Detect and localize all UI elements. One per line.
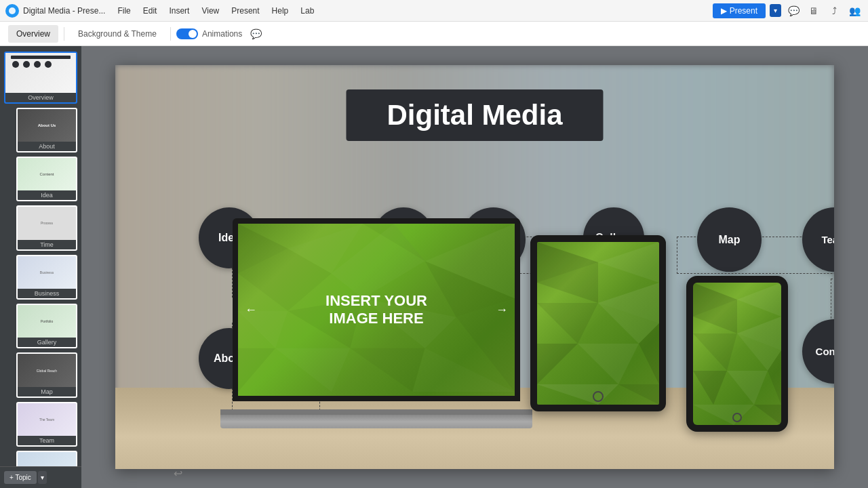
slide-thumb-team[interactable]: The Team Team	[16, 402, 77, 447]
slide-team-label: Team	[18, 436, 76, 445]
insert-arrow-left: ←	[245, 303, 257, 317]
svg-marker-34	[727, 371, 768, 405]
slide-overview-label: Overview	[5, 93, 76, 102]
laptop-hinge	[220, 409, 532, 415]
node-map[interactable]: Map	[697, 207, 762, 272]
laptop-base	[220, 415, 532, 428]
menu-help[interactable]: Help	[267, 3, 294, 18]
menu-bar: Digital Media - Prese... File Edit Inser…	[0, 0, 868, 22]
slide-title-banner[interactable]: Digital Media	[346, 89, 603, 141]
slide-wrap-5: 5 Portfolio Gallery	[4, 304, 77, 348]
tablet-home-button	[593, 391, 604, 402]
app-logo-icon	[5, 4, 19, 18]
tab-overview[interactable]: Overview	[8, 25, 58, 43]
slide-wrap-7: 7 The Team Team	[4, 402, 77, 447]
thumb-business-content: Business	[18, 256, 76, 289]
slide-wrap-6: 6 Global Reach Map	[4, 352, 77, 397]
canvas-area: Digital Media Idea Time Business Gallery	[81, 46, 868, 488]
comment-icon[interactable]: 💬	[250, 28, 262, 39]
add-topic-button[interactable]: + Topic	[4, 471, 37, 484]
menu-lab[interactable]: Lab	[295, 3, 319, 18]
slide-thumb-contact[interactable]: Contact Contact	[16, 451, 77, 466]
svg-marker-22	[537, 344, 578, 384]
slide-wrap-8: 8 Contact Contact	[4, 451, 77, 466]
svg-marker-36	[693, 405, 754, 425]
laptop-screen: ← INSERT YOURIMAGE HERE →	[233, 218, 520, 401]
sidebar: Overview 1 About Us About 2	[0, 46, 81, 488]
slide-thumb-overview[interactable]: Overview	[4, 52, 77, 104]
thumb-about-content: About Us	[18, 109, 76, 142]
svg-marker-33	[693, 371, 727, 405]
phone-device	[686, 276, 788, 432]
tab-background-theme[interactable]: Background & Theme	[70, 25, 165, 43]
thumb-gallery-content: Portfolio	[18, 305, 76, 338]
slide-about-label: About	[18, 142, 76, 151]
toolbar-divider-2	[170, 27, 171, 41]
slide-wrap-3: 3 Process Time	[4, 205, 77, 250]
present-label: Present	[730, 6, 757, 16]
svg-marker-13	[275, 348, 350, 392]
slide-thumb-idea[interactable]: Content Idea	[16, 157, 77, 201]
present-play-icon: ▶	[721, 6, 727, 16]
undo-button[interactable]: ↩	[168, 464, 187, 483]
animations-toggle-switch[interactable]	[176, 28, 198, 39]
svg-marker-25	[537, 384, 618, 405]
users-icon[interactable]: 👥	[846, 3, 863, 19]
laptop-screen-content[interactable]: ← INSERT YOURIMAGE HERE →	[238, 224, 515, 396]
svg-marker-20	[537, 303, 598, 344]
add-topic-bar: + Topic ▾	[0, 466, 81, 488]
menu-view[interactable]: View	[196, 3, 224, 18]
menu-present[interactable]: Present	[226, 3, 264, 18]
sidebar-scroll: Overview 1 About Us About 2	[0, 46, 81, 466]
toolbar-divider	[64, 27, 64, 41]
app-title: Digital Media - Prese...	[23, 6, 105, 16]
slide-thumb-gallery[interactable]: Portfolio Gallery	[16, 304, 77, 348]
laptop-device: ← INSERT YOURIMAGE HERE →	[220, 218, 532, 428]
slide-thumb-about[interactable]: About Us About	[16, 108, 77, 152]
monitor-icon[interactable]: 🖥	[806, 3, 822, 19]
insert-arrow-right: →	[496, 303, 508, 317]
svg-marker-31	[693, 333, 737, 371]
phone-screen	[693, 283, 781, 425]
tablet-poly-svg	[537, 242, 659, 405]
svg-point-0	[9, 7, 16, 14]
menu-insert[interactable]: Insert	[163, 3, 195, 18]
tablet-screen	[537, 242, 659, 405]
svg-marker-17	[598, 242, 659, 283]
slide-thumb-business[interactable]: Business Business	[16, 255, 77, 300]
toolbar: Overview Background & Theme Animations 💬	[0, 22, 868, 46]
slide-wrap-2: 2 Content Idea	[4, 157, 77, 201]
present-button[interactable]: ▶ Present	[713, 3, 766, 18]
chat-icon[interactable]: 💬	[785, 3, 802, 19]
svg-marker-26	[618, 384, 659, 405]
animations-label: Animations	[202, 29, 242, 39]
svg-marker-28	[737, 283, 781, 317]
phone-home-button	[732, 413, 742, 422]
phone-poly-svg	[693, 283, 781, 425]
thumb-idea-content: Content	[18, 158, 76, 190]
node-contact-label: Contact	[816, 346, 834, 357]
share-icon[interactable]: ⤴	[826, 3, 842, 19]
slide-map-label: Map	[18, 387, 76, 396]
thumb-time-content: Process	[18, 207, 76, 239]
app-logo: Digital Media - Prese...	[5, 4, 105, 18]
animations-toggle-area: Animations	[176, 28, 242, 39]
thumb-overview-content	[5, 53, 76, 93]
slide-wrap-1: 1 About Us About	[4, 108, 77, 152]
menu-edit[interactable]: Edit	[138, 3, 163, 18]
main-layout: Overview 1 About Us About 2	[0, 46, 868, 488]
slide-thumb-map[interactable]: Global Reach Map	[16, 352, 77, 397]
present-dropdown-button[interactable]: ▾	[770, 4, 781, 17]
toggle-knob	[189, 30, 197, 38]
thumb-contact-content: Contact	[18, 452, 76, 466]
node-team-label: Team	[821, 234, 834, 245]
slide-thumb-time[interactable]: Process Time	[16, 205, 77, 250]
add-topic-dropdown[interactable]: ▾	[38, 471, 47, 484]
menu-file[interactable]: File	[112, 3, 136, 18]
insert-image-text: INSERT YOURIMAGE HERE	[326, 292, 427, 328]
svg-marker-14	[350, 348, 425, 392]
thumb-map-content: Global Reach	[18, 354, 76, 386]
slide-wrap-4: 4 Business Business	[4, 255, 77, 300]
slide-idea-label: Idea	[18, 190, 76, 200]
node-map-label: Map	[719, 234, 741, 246]
